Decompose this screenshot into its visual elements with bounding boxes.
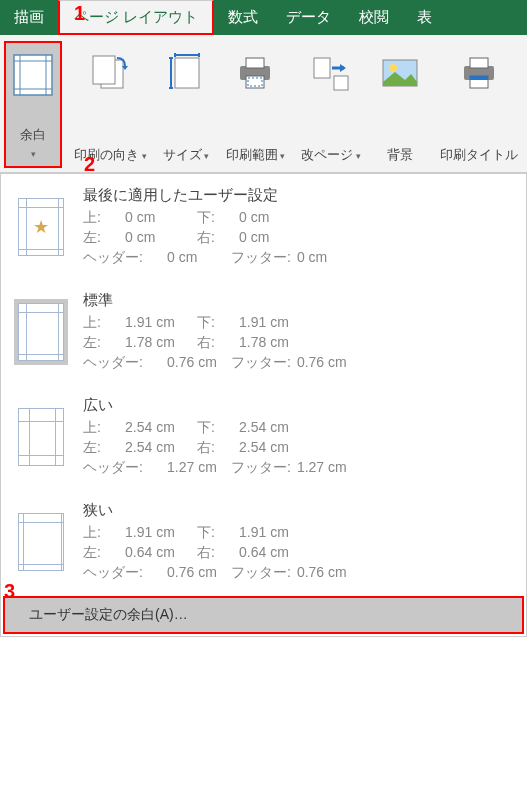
tab-formula[interactable]: 数式	[214, 0, 272, 35]
printarea-button[interactable]: 印刷範囲	[222, 41, 290, 168]
svg-rect-25	[470, 76, 488, 80]
margin-thumb	[7, 291, 75, 372]
margin-option-title: 最後に適用したユーザー設定	[83, 186, 520, 205]
margin-values: 上:2.54 cm下:2.54 cm左:2.54 cm右:2.54 cm	[83, 419, 520, 457]
callout-2: 2	[84, 153, 95, 176]
svg-point-21	[389, 64, 397, 72]
background-label: 背景	[387, 146, 413, 164]
svg-rect-6	[93, 56, 115, 84]
margin-thumb	[7, 396, 75, 477]
svg-rect-15	[246, 58, 264, 68]
margin-thumb: ★	[7, 186, 75, 267]
printtitles-button[interactable]: 印刷タイトル	[436, 41, 522, 168]
printarea-label: 印刷範囲	[226, 147, 286, 162]
printtitles-label: 印刷タイトル	[440, 146, 518, 164]
background-button[interactable]: 背景	[373, 41, 428, 168]
printtitles-icon	[456, 49, 502, 97]
size-label: サイズ	[163, 147, 210, 162]
svg-rect-7	[175, 58, 199, 88]
orientation-button[interactable]: 印刷の向き	[70, 41, 151, 168]
svg-rect-18	[314, 58, 330, 78]
breaks-label: 改ページ	[301, 147, 361, 162]
margin-option-title: 広い	[83, 396, 520, 415]
margin-thumb	[7, 501, 75, 582]
margin-option-title: 標準	[83, 291, 520, 310]
margin-values: 上:0 cm下:0 cm左:0 cm右:0 cm	[83, 209, 520, 247]
svg-rect-19	[334, 76, 348, 90]
margin-option[interactable]: 標準上:1.91 cm下:1.91 cm左:1.78 cm右:1.78 cmヘッ…	[1, 279, 526, 384]
margin-values: 上:1.91 cm下:1.91 cm左:0.64 cm右:0.64 cm	[83, 524, 520, 562]
margin-values: 上:1.91 cm下:1.91 cm左:1.78 cm右:1.78 cm	[83, 314, 520, 352]
margin-option[interactable]: ★最後に適用したユーザー設定上:0 cm下:0 cm左:0 cm右:0 cmヘッ…	[1, 174, 526, 279]
margins-label: 余白	[20, 127, 46, 142]
callout-1: 1	[74, 2, 85, 25]
tab-view[interactable]: 表	[403, 0, 446, 35]
size-button[interactable]: サイズ	[159, 41, 214, 168]
margins-button[interactable]: 余白▾	[4, 41, 62, 168]
size-icon	[163, 49, 209, 97]
tab-draw[interactable]: 描画	[0, 0, 58, 35]
ribbon-tabs: 描画 1 ページ レイアウト 数式 データ 校閲 表	[0, 0, 527, 35]
orientation-icon	[87, 49, 133, 97]
breaks-icon	[308, 49, 354, 97]
margin-option[interactable]: 狭い上:1.91 cm下:1.91 cm左:0.64 cm右:0.64 cmヘッ…	[1, 489, 526, 594]
picture-icon	[377, 49, 423, 97]
margin-option-title: 狭い	[83, 501, 520, 520]
tab-data[interactable]: データ	[272, 0, 345, 35]
printer-icon	[232, 49, 278, 97]
tab-review[interactable]: 校閲	[345, 0, 403, 35]
margins-icon	[10, 51, 56, 99]
margins-dropdown: ★最後に適用したユーザー設定上:0 cm下:0 cm左:0 cm右:0 cmヘッ…	[0, 173, 527, 637]
callout-3: 3	[4, 580, 15, 603]
breaks-button[interactable]: 改ページ	[297, 41, 365, 168]
custom-margins-item[interactable]: ユーザー設定の余白(A)…	[3, 596, 524, 634]
margin-option[interactable]: 広い上:2.54 cm下:2.54 cm左:2.54 cm右:2.54 cmヘッ…	[1, 384, 526, 489]
svg-rect-23	[470, 58, 488, 68]
ribbon-toolbar: 余白▾ 印刷の向き	[0, 35, 527, 173]
